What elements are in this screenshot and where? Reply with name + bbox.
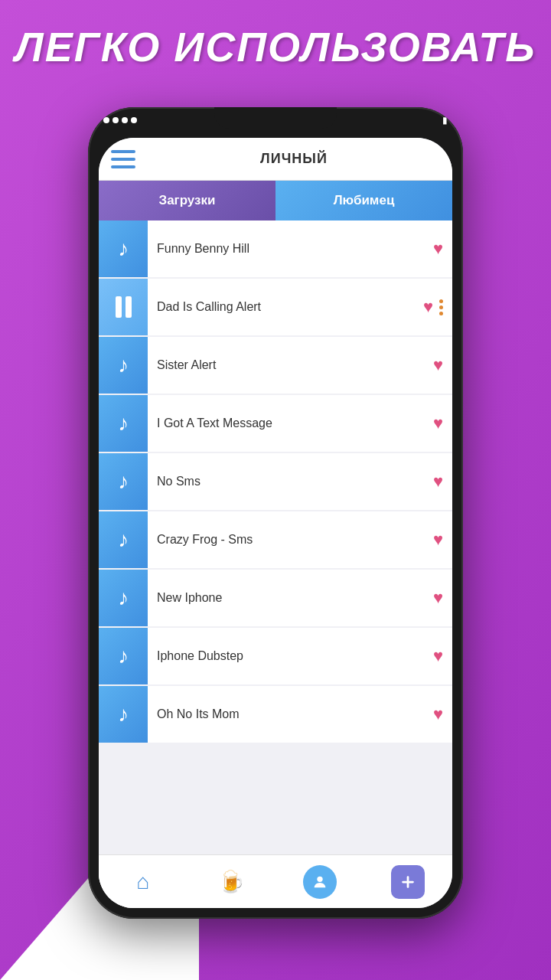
song-item-9[interactable]: ♪ Oh No Its Mom ♥ [99,686,452,743]
song-name-3: Sister Alert [157,358,427,372]
heart-icon-3[interactable]: ♥ [433,355,443,375]
song-item-7[interactable]: ♪ New Iphone ♥ [99,570,452,626]
song-name-7: New Iphone [157,591,427,605]
nav-beer[interactable]: 🍺 [187,855,276,908]
bottom-nav: ⌂ 🍺 [99,854,452,908]
signal-dot-4 [131,117,137,123]
song-name-8: Iphone Dubstep [157,649,427,663]
app-title: ЛИЧНЫЙ [148,151,440,167]
app-header: ЛИЧНЫЙ [99,138,452,181]
song-icon-box-8: ♪ [99,628,148,684]
phone-mockup: ▮ ЛИЧНЫЙ Загрузки [88,107,463,919]
music-note-icon-6: ♪ [118,528,129,552]
more-options-icon-2[interactable] [439,299,443,315]
tab-favorites[interactable]: Любимец [276,181,452,220]
heart-icon-1[interactable]: ♥ [433,239,443,259]
plus-icon [391,865,425,899]
song-icon-box-1: ♪ [99,220,148,277]
tab-downloads[interactable]: Загрузки [99,181,276,220]
hamburger-line-1 [111,150,135,153]
heart-icon-2[interactable]: ♥ [423,297,433,317]
signal-dot-3 [122,117,128,123]
tab-downloads-label: Загрузки [159,193,216,208]
nav-home[interactable]: ⌂ [99,855,187,908]
phone-notch [214,107,337,129]
music-note-icon-5: ♪ [118,469,129,494]
music-note-icon-3: ♪ [118,353,129,377]
heart-icon-8[interactable]: ♥ [433,646,443,666]
signal-dots [103,117,137,123]
heart-icon-4[interactable]: ♥ [433,413,443,433]
nav-add[interactable] [364,855,453,908]
song-name-9: Oh No Its Mom [157,707,427,721]
music-note-icon-1: ♪ [118,237,129,261]
beer-icon: 🍺 [218,869,245,894]
phone-screen: ЛИЧНЫЙ Загрузки Любимец ♪ [99,138,452,908]
heart-icon-9[interactable]: ♥ [433,704,443,724]
music-note-icon-4: ♪ [118,411,129,436]
pause-bar-1 [116,296,122,318]
song-name-4: I Got A Text Message [157,416,427,430]
more-dot-2 [439,305,443,309]
song-icon-box-2 [99,279,148,335]
user-icon [303,865,337,899]
song-name-1: Funny Benny Hill [157,242,427,256]
song-item-1[interactable]: ♪ Funny Benny Hill ♥ [99,220,452,277]
song-item-4[interactable]: ♪ I Got A Text Message ♥ [99,395,452,452]
song-icon-box-6: ♪ [99,511,148,568]
nav-user[interactable] [276,855,364,908]
song-name-5: No Sms [157,475,427,488]
hamburger-menu-button[interactable] [111,150,135,168]
heart-icon-5[interactable]: ♥ [433,472,443,492]
heart-icon-6[interactable]: ♥ [433,530,443,550]
music-note-icon-9: ♪ [118,702,129,727]
song-icon-box-7: ♪ [99,570,148,626]
tab-favorites-label: Любимец [334,193,395,208]
heart-icon-7[interactable]: ♥ [433,588,443,608]
song-item-3[interactable]: ♪ Sister Alert ♥ [99,337,452,394]
svg-point-0 [317,876,322,881]
signal-dot-1 [103,117,109,123]
song-name-2: Dad Is Calling Alert [157,300,417,314]
music-note-icon-7: ♪ [118,586,129,610]
signal-dot-2 [112,117,119,123]
music-note-icon-8: ♪ [118,644,129,668]
hamburger-line-2 [111,158,135,161]
song-item-6[interactable]: ♪ Crazy Frog - Sms ♥ [99,511,452,568]
screen-inner: ЛИЧНЫЙ Загрузки Любимец ♪ [99,138,452,908]
pause-icon-2 [116,296,132,318]
song-icon-box-9: ♪ [99,686,148,743]
song-item-2[interactable]: Dad Is Calling Alert ♥ [99,279,452,335]
tabs-row: Загрузки Любимец [99,181,452,220]
song-icon-box-5: ♪ [99,453,148,510]
song-item-8[interactable]: ♪ Iphone Dubstep ♥ [99,628,452,684]
song-name-6: Crazy Frog - Sms [157,533,427,547]
more-dot-1 [439,299,443,303]
battery-icon: ▮ [442,115,448,126]
phone-outer-shell: ▮ ЛИЧНЫЙ Загрузки [88,107,463,919]
song-item-5[interactable]: ♪ No Sms ♥ [99,453,452,510]
pause-bar-2 [126,296,132,318]
song-list: ♪ Funny Benny Hill ♥ Dad Is [99,220,452,854]
page-header-text: ЛЕГКО ИСПОЛЬЗОВАТЬ [0,23,551,70]
more-dot-3 [439,312,443,315]
hamburger-line-3 [111,165,135,168]
song-icon-box-3: ♪ [99,337,148,394]
song-icon-box-4: ♪ [99,395,148,452]
home-icon: ⌂ [136,870,149,894]
